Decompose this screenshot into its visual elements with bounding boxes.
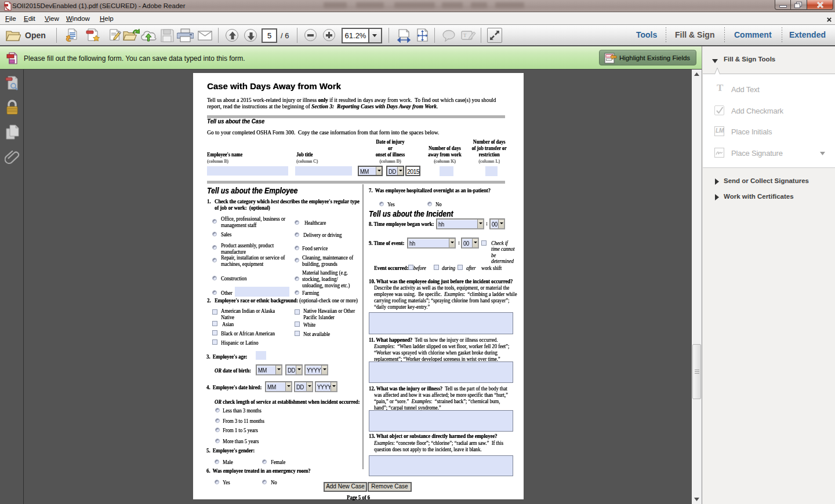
svg-text:T: T <box>463 32 467 38</box>
